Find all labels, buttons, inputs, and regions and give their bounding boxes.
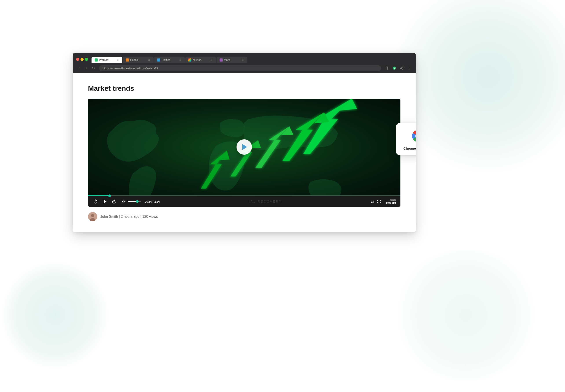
watermark-text: IAL RECOVERY: [163, 200, 368, 203]
volume-control[interactable]: [120, 198, 141, 205]
tab-label-mana: Mana.: [224, 58, 240, 61]
fullscreen-button[interactable]: [377, 199, 381, 204]
time-ago: 2 hours ago: [121, 215, 139, 218]
svg-text:N: N: [393, 67, 395, 70]
volume-slider[interactable]: [128, 201, 141, 202]
chrome-extension-label: Chrome Extension: [403, 146, 416, 151]
tab-favicon-untitled: [157, 58, 160, 61]
total-time: 2:30: [154, 200, 160, 203]
play-icon: [242, 144, 247, 150]
play-button[interactable]: [237, 139, 252, 155]
author-avatar: [88, 212, 97, 221]
tabs-bar: Product . ✕ Heads! ✕ Untitled ✕ counse. …: [90, 57, 249, 63]
tab-label-product: Product .: [99, 58, 115, 61]
address-bar-row: https://ana-smith.neetorecord.com/watch/…: [73, 63, 416, 73]
video-controls: 10 10: [88, 196, 401, 207]
extension-icon[interactable]: N: [391, 65, 397, 71]
volume-icon[interactable]: [120, 198, 126, 205]
chrome-extension-popup[interactable]: Chrome Extension: [396, 123, 416, 155]
window-controls: [76, 58, 88, 61]
tab-favicon-counse: [188, 58, 192, 61]
play-control-button[interactable]: [102, 198, 108, 205]
nav-buttons: [76, 65, 96, 71]
record-logo: Neeto Record: [386, 199, 396, 204]
volume-dot: [136, 200, 139, 203]
url-text: https://ana-smith.neetorecord.com/watch/…: [103, 67, 378, 70]
page-title: Market trends: [88, 84, 401, 93]
svg-line-5: [401, 67, 402, 68]
svg-text:10: 10: [95, 201, 96, 203]
back-button[interactable]: [76, 65, 82, 71]
bookmark-icon[interactable]: [384, 65, 390, 71]
author-name: John Smith: [100, 215, 118, 218]
address-bar[interactable]: https://ana-smith.neetorecord.com/watch/…: [99, 65, 381, 71]
svg-line-6: [401, 68, 402, 69]
tab-close-untitled[interactable]: ✕: [179, 58, 182, 61]
svg-text:10: 10: [113, 201, 115, 203]
svg-point-7: [409, 67, 409, 67]
svg-point-3: [403, 67, 403, 68]
more-icon[interactable]: [406, 65, 412, 71]
refresh-button[interactable]: [90, 65, 96, 71]
tab-counse[interactable]: counse. ✕: [185, 57, 216, 63]
author-info: John Smith | 2 hours ago | 120 views: [88, 212, 401, 221]
speed-button[interactable]: 1x: [371, 200, 374, 203]
tab-close-product[interactable]: ✕: [116, 58, 119, 61]
tab-close-mana[interactable]: ✕: [241, 58, 244, 61]
tab-mana[interactable]: Mana. ✕: [217, 57, 247, 63]
bg-decoration-bottom-left: [0, 260, 110, 370]
record-label: Record: [386, 201, 396, 204]
close-button[interactable]: [76, 58, 79, 61]
time-display: 00:10 / 2:30: [145, 200, 160, 203]
chrome-icon-container: [410, 128, 416, 144]
svg-point-4: [403, 69, 403, 70]
volume-fill: [128, 201, 137, 202]
tab-favicon-product: [95, 58, 98, 61]
bg-decoration-bottom-right: [389, 249, 543, 381]
forward-button[interactable]: [83, 65, 89, 71]
chrome-icon: [410, 128, 416, 144]
rewind-button[interactable]: 10: [92, 198, 99, 205]
svg-point-8: [409, 68, 409, 68]
video-frame: [88, 99, 401, 195]
tab-label-untitled: Untitled: [162, 58, 177, 61]
share-icon[interactable]: [399, 65, 405, 71]
toolbar-icons: N: [384, 65, 412, 71]
svg-point-9: [409, 69, 409, 70]
progress-fill: [88, 195, 110, 196]
svg-marker-21: [104, 200, 106, 203]
separator-2: |: [140, 215, 142, 218]
separator-1: |: [119, 215, 121, 218]
browser-window: Product . ✕ Heads! ✕ Untitled ✕ counse. …: [73, 53, 416, 232]
record-brand: Neeto: [390, 199, 396, 201]
tab-close-counse[interactable]: ✕: [210, 58, 213, 61]
tab-label-counse: counse.: [193, 58, 208, 61]
author-details: John Smith | 2 hours ago | 120 views: [100, 215, 158, 219]
video-player[interactable]: 10 10: [88, 99, 401, 207]
tab-heads[interactable]: Heads! ✕: [123, 57, 154, 63]
svg-marker-19: [218, 151, 230, 160]
browser-chrome: Product . ✕ Heads! ✕ Untitled ✕ counse. …: [73, 53, 416, 73]
tab-label-heads: Heads!: [130, 58, 146, 61]
svg-point-2: [401, 68, 401, 69]
tab-favicon-mana: [220, 58, 223, 61]
title-bar: Product . ✕ Heads! ✕ Untitled ✕ counse. …: [73, 53, 416, 63]
progress-bar[interactable]: [88, 195, 401, 196]
current-time: 00:10: [145, 200, 152, 203]
view-count: 120 views: [142, 215, 158, 218]
forward-button[interactable]: 10: [111, 198, 117, 205]
maximize-button[interactable]: [85, 58, 88, 61]
page-content: Market trends: [73, 73, 416, 232]
tab-product[interactable]: Product . ✕: [91, 57, 122, 63]
tab-untitled[interactable]: Untitled ✕: [154, 57, 185, 63]
tab-close-heads[interactable]: ✕: [148, 58, 150, 61]
tab-favicon-heads: [126, 58, 129, 61]
minimize-button[interactable]: [81, 58, 84, 61]
svg-point-24: [91, 214, 94, 217]
